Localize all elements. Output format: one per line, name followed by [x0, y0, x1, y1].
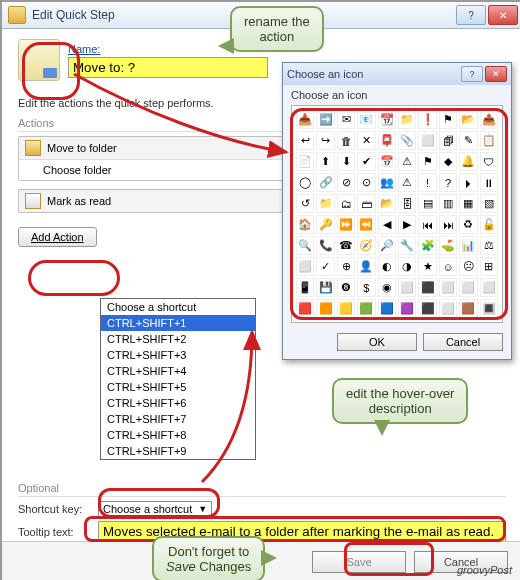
icon-cell[interactable]: 📅 [378, 152, 396, 171]
icon-cell[interactable]: 📮 [378, 131, 396, 150]
icon-cell[interactable]: 🟪 [398, 299, 416, 318]
icon-cell[interactable]: 🗐 [439, 131, 457, 150]
icon-cell[interactable]: 📄 [296, 152, 314, 171]
icon-cell[interactable]: 📱 [296, 278, 314, 297]
icon-cell[interactable]: 📁 [398, 110, 416, 129]
icon-cell[interactable]: 🗄 [398, 194, 416, 213]
icon-cell[interactable]: ⚖ [480, 236, 498, 255]
icon-cell[interactable]: ✕ [357, 131, 375, 150]
icon-cell[interactable]: ⬜ [418, 131, 436, 150]
icon-cell[interactable]: 🗂 [337, 194, 355, 213]
picker-cancel-button[interactable]: Cancel [423, 333, 503, 351]
icon-cell[interactable]: 🔑 [316, 215, 334, 234]
icon-cell[interactable]: 🏠 [296, 215, 314, 234]
icon-cell[interactable]: ▤ [418, 194, 436, 213]
icon-cell[interactable]: ☎ [337, 236, 355, 255]
icon-cell[interactable]: ◑ [398, 257, 416, 276]
icon-cell[interactable]: ▥ [439, 194, 457, 213]
icon-cell[interactable]: 📤 [480, 110, 498, 129]
icon-cell[interactable]: ❽ [337, 278, 355, 297]
icon-cell[interactable]: ⚠ [398, 152, 416, 171]
icon-cell[interactable]: ◉ [378, 278, 396, 297]
icon-cell[interactable]: 🟧 [316, 299, 334, 318]
icon-cell[interactable]: ⊕ [337, 257, 355, 276]
shortcut-option[interactable]: CTRL+SHIFT+1 [101, 315, 255, 331]
icon-cell[interactable]: ★ [418, 257, 436, 276]
icon-cell[interactable]: ↪ [316, 131, 334, 150]
icon-cell[interactable]: ◀ [378, 215, 396, 234]
icon-cell[interactable]: ⏪ [357, 215, 375, 234]
icon-cell[interactable]: ⚑ [439, 110, 457, 129]
icon-cell[interactable]: 🧩 [418, 236, 436, 255]
icon-cell[interactable]: ? [439, 173, 457, 192]
icon-cell[interactable]: 🛡 [480, 152, 498, 171]
icon-cell[interactable]: ⬇ [337, 152, 355, 171]
icon-cell[interactable]: 🟦 [378, 299, 396, 318]
icon-cell[interactable]: 🔔 [459, 152, 477, 171]
icon-cell[interactable]: ⬛ [418, 299, 436, 318]
icon-cell[interactable]: ✔ [357, 152, 375, 171]
icon-cell[interactable]: ▧ [480, 194, 498, 213]
shortcut-combo[interactable]: Choose a shortcut ▼ [98, 501, 212, 517]
icon-cell[interactable]: ◯ [296, 173, 314, 192]
shortcut-dropdown[interactable]: Choose a shortcutCTRL+SHIFT+1CTRL+SHIFT+… [100, 298, 256, 460]
icon-cell[interactable]: ⛳ [439, 236, 457, 255]
icon-cell[interactable]: ❗ [418, 110, 436, 129]
icon-cell[interactable]: 📥 [296, 110, 314, 129]
shortcut-option[interactable]: Choose a shortcut [101, 299, 255, 315]
icon-cell[interactable]: 💾 [316, 278, 334, 297]
shortcut-option[interactable]: CTRL+SHIFT+9 [101, 443, 255, 459]
help-button[interactable]: ? [456, 5, 486, 25]
icon-cell[interactable]: $ [357, 278, 375, 297]
icon-cell[interactable]: ☹ [459, 257, 477, 276]
icon-cell[interactable]: 🟥 [296, 299, 314, 318]
icon-cell[interactable]: 🔎 [378, 236, 396, 255]
icon-cell[interactable]: 🔍 [296, 236, 314, 255]
icon-cell[interactable]: ▶ [398, 215, 416, 234]
icon-cell[interactable]: ↩ [296, 131, 314, 150]
icon-cell[interactable]: 👥 [378, 173, 396, 192]
icon-cell[interactable]: 🔳 [480, 299, 498, 318]
icon-cell[interactable]: ↺ [296, 194, 314, 213]
icon-cell[interactable]: ⏸ [480, 173, 498, 192]
icon-cell[interactable]: ⏮ [418, 215, 436, 234]
shortcut-option[interactable]: CTRL+SHIFT+6 [101, 395, 255, 411]
icon-cell[interactable]: ⬜ [398, 278, 416, 297]
icon-cell[interactable]: ⬆ [316, 152, 334, 171]
icon-cell[interactable]: 🔗 [316, 173, 334, 192]
icon-cell[interactable]: ⊙ [357, 173, 375, 192]
icon-cell[interactable]: ✓ [316, 257, 334, 276]
save-button[interactable]: Save [312, 551, 406, 573]
icon-cell[interactable]: ! [418, 173, 436, 192]
icon-cell[interactable]: ☺ [439, 257, 457, 276]
icon-cell[interactable]: ⬜ [439, 278, 457, 297]
icon-cell[interactable]: 🔓 [480, 215, 498, 234]
icon-cell[interactable]: ⬛ [418, 278, 436, 297]
icon-cell[interactable]: ⬜ [459, 278, 477, 297]
icon-cell[interactable]: ➡️ [316, 110, 334, 129]
icon-cell[interactable]: ⚑ [418, 152, 436, 171]
icon-cell[interactable]: 🟫 [459, 299, 477, 318]
icon-cell[interactable]: 📁 [316, 194, 334, 213]
icon-cell[interactable]: ◆ [439, 152, 457, 171]
shortcut-option[interactable]: CTRL+SHIFT+3 [101, 347, 255, 363]
shortcut-option[interactable]: CTRL+SHIFT+8 [101, 427, 255, 443]
icon-cell[interactable]: 🗑 [337, 131, 355, 150]
icon-cell[interactable]: 👤 [357, 257, 375, 276]
icon-cell[interactable]: ▦ [459, 194, 477, 213]
shortcut-option[interactable]: CTRL+SHIFT+7 [101, 411, 255, 427]
icon-cell[interactable]: 🔧 [398, 236, 416, 255]
icon-cell[interactable]: 📎 [398, 131, 416, 150]
icon-cell[interactable]: ⬜ [296, 257, 314, 276]
icon-cell[interactable]: ✉ [337, 110, 355, 129]
icon-cell[interactable]: 🟩 [357, 299, 375, 318]
icon-cell[interactable]: 🟨 [337, 299, 355, 318]
picker-ok-button[interactable]: OK [337, 333, 417, 351]
picker-close-button[interactable]: ✕ [485, 66, 507, 82]
icon-cell[interactable]: ⬜ [439, 299, 457, 318]
close-button[interactable]: ✕ [488, 5, 518, 25]
icon-cell[interactable]: ⊞ [480, 257, 498, 276]
name-input[interactable] [68, 57, 268, 78]
quickstep-icon-button[interactable] [18, 39, 60, 81]
shortcut-option[interactable]: CTRL+SHIFT+4 [101, 363, 255, 379]
